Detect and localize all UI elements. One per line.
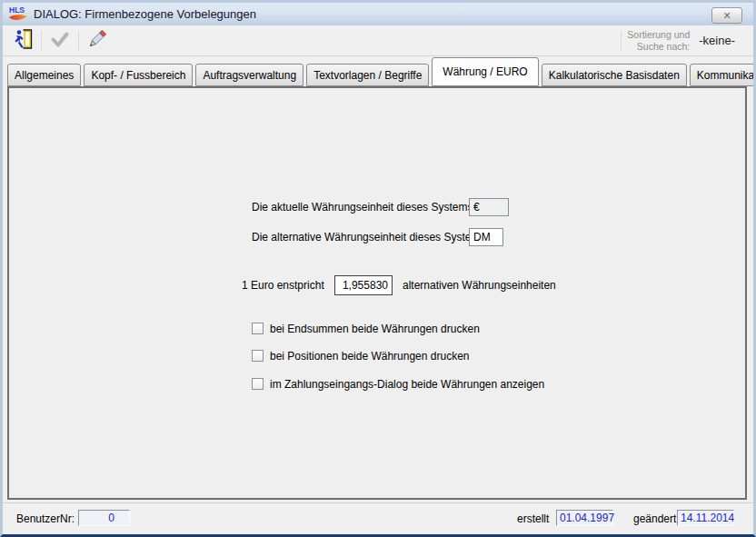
- edit-button[interactable]: [85, 28, 110, 54]
- close-icon: ✕: [722, 11, 731, 21]
- toolbar-separator: [78, 31, 79, 51]
- checkbox-row-bei-positionen-beide-waehrunge[interactable]: bei Positionen beide Währungen drucken: [252, 349, 544, 363]
- tab-kalkulatorische-basisdaten[interactable]: Kalkulatorische Basisdaten: [542, 64, 687, 86]
- title-bar: HLS DIALOG: Firmenbezogene Vorbelegungen…: [3, 3, 753, 25]
- checkbox-label: bei Positionen beide Währungen drucken: [270, 350, 469, 363]
- tab-allgemeines[interactable]: Allgemeines: [7, 64, 81, 86]
- checkbox-label: im Zahlungseingangs-Dialog beide Währung…: [270, 378, 544, 391]
- confirm-button: [47, 28, 73, 54]
- checkbox[interactable]: [252, 323, 264, 334]
- current-currency-field: [469, 198, 509, 216]
- exit-door-icon: [12, 28, 34, 53]
- tab-textvorlagen-begriffe[interactable]: Textvorlagen / Begriffe: [306, 64, 429, 86]
- tab-bar: AllgemeinesKopf- / FussbereichAuftragsve…: [3, 55, 753, 86]
- tab-kommunikation[interactable]: Kommunikation: [690, 64, 756, 86]
- current-currency-label: Die aktuelle Währungseinheit dieses Syst…: [252, 198, 476, 216]
- checkbox-row-im-zahlungseingangs-dialog-bei[interactable]: im Zahlungseingangs-Dialog beide Währung…: [252, 377, 544, 391]
- toolbar: Sortierung und Suche nach: -keine-: [3, 25, 753, 56]
- status-bar: BenutzerNr: 0 erstellt 01.04.1997 geände…: [3, 502, 753, 534]
- toolbar-separator: [41, 31, 42, 51]
- alt-currency-label: Die alternative Währungseinheit dieses S…: [252, 228, 489, 246]
- euro-rate-field[interactable]: [334, 275, 393, 295]
- currency-print-options: bei Endsummen beide Währungen druckenbei…: [252, 322, 544, 404]
- tab-kopf-fussbereich[interactable]: Kopf- / Fussbereich: [84, 64, 193, 86]
- dialog-window: HLS DIALOG: Firmenbezogene Vorbelegungen…: [0, 0, 756, 537]
- euro-rate-prefix-label: 1 Euro enstpricht: [242, 275, 324, 295]
- close-button[interactable]: ✕: [711, 7, 742, 24]
- window-title: DIALOG: Firmenbezogene Vorbelegungen: [34, 7, 256, 21]
- checkbox[interactable]: [252, 378, 264, 390]
- user-number-label: BenutzerNr:: [16, 511, 75, 527]
- checkbox-row-bei-endsummen-beide-waehrungen[interactable]: bei Endsummen beide Währungen drucken: [252, 322, 544, 335]
- checkbox[interactable]: [252, 350, 264, 362]
- euro-rate-suffix-label: alternativen Währungseinheiten: [403, 275, 556, 295]
- tab-auftragsverwaltung[interactable]: Auftragsverwaltung: [195, 64, 303, 86]
- hls-logo-icon: HLS: [8, 5, 28, 24]
- user-number-field: 0: [78, 510, 130, 526]
- pencil-icon: [86, 28, 108, 53]
- toolbar-separator: [621, 31, 622, 51]
- created-date-field: 01.04.1997: [556, 510, 613, 526]
- alt-currency-field[interactable]: [469, 228, 503, 246]
- checkmark-icon: [49, 28, 71, 53]
- svg-text:HLS: HLS: [9, 5, 25, 15]
- sort-search-value[interactable]: -keine-: [699, 34, 735, 47]
- modified-date-field: 14.11.2014: [677, 510, 734, 526]
- sort-search-label: Sortierung und Suche nach:: [627, 29, 690, 52]
- tab-waehrung-euro[interactable]: Währung / EURO: [432, 57, 538, 86]
- checkbox-label: bei Endsummen beide Währungen drucken: [270, 323, 480, 335]
- created-label: erstellt: [517, 511, 549, 527]
- modified-label: geändert: [633, 511, 676, 527]
- exit-button[interactable]: [10, 28, 35, 54]
- tab-panel-waehrung-euro: Die aktuelle Währungseinheit dieses Syst…: [7, 86, 747, 500]
